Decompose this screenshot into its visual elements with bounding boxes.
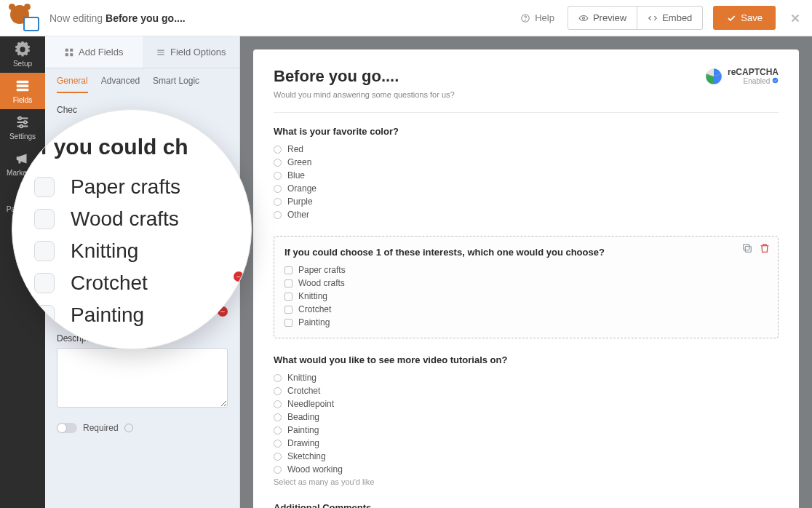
sliders-mini-icon xyxy=(156,47,166,57)
embed-button[interactable]: Embed xyxy=(637,6,703,30)
recaptcha-badge: reCAPTCHA Enabled xyxy=(704,67,779,86)
radio-icon[interactable] xyxy=(274,440,282,448)
radio-icon[interactable] xyxy=(274,146,282,154)
rail-setup-label: Setup xyxy=(13,60,32,68)
q3-opt-0: Knitting xyxy=(287,373,317,383)
product-logo xyxy=(10,5,39,31)
trash-icon[interactable] xyxy=(759,242,771,254)
recaptcha-title: reCAPTCHA xyxy=(728,67,779,77)
save-label: Save xyxy=(741,12,763,23)
form-title: Before you go.... xyxy=(274,67,399,86)
radio-icon[interactable] xyxy=(274,374,282,382)
preview-label: Preview xyxy=(593,12,626,23)
preview-button[interactable]: Preview xyxy=(568,6,637,30)
radio-icon[interactable] xyxy=(274,211,282,219)
form-name: Before you go.... xyxy=(106,12,186,24)
tab-add-fields[interactable]: Add Fields xyxy=(45,36,143,68)
required-toggle[interactable] xyxy=(57,423,77,433)
svg-rect-5 xyxy=(17,89,29,92)
q2-title: If you could choose 1 of these interests… xyxy=(284,247,768,258)
question-block-4[interactable]: Additional Comments xyxy=(274,502,779,508)
rail-setup[interactable]: Setup xyxy=(0,36,45,73)
question-block-3[interactable]: What would you like to see more video tu… xyxy=(274,354,779,486)
q3-opt-2: Needlepoint xyxy=(287,399,334,409)
choice-row-4: ⋮⋮ + − xyxy=(57,300,228,323)
checkbox-icon[interactable] xyxy=(284,306,292,314)
rail-marketing[interactable]: Marketing xyxy=(0,146,45,182)
form-subtitle: Would you mind answering some questions … xyxy=(274,90,779,99)
help-label: Help xyxy=(535,12,554,23)
svg-point-1 xyxy=(525,20,526,20)
tab-field-options[interactable]: Field Options xyxy=(143,36,240,68)
radio-icon[interactable] xyxy=(274,159,282,167)
help-tip-icon[interactable] xyxy=(124,424,133,432)
duplicate-icon[interactable] xyxy=(741,242,753,254)
q1-opt-5: Other xyxy=(287,210,309,220)
form-paper: Before you go.... reCAPTCHA Enabled Woul… xyxy=(253,49,799,508)
radio-icon[interactable] xyxy=(274,185,282,193)
checkbox-icon[interactable] xyxy=(284,266,292,274)
checkbox-icon[interactable] xyxy=(284,319,292,327)
left-rail: Setup Fields Settings Marketing Payments xyxy=(0,36,45,508)
q1-opt-4: Purple xyxy=(287,197,313,207)
radio-icon[interactable] xyxy=(274,387,282,395)
description-textarea[interactable] xyxy=(57,348,228,408)
q3-opt-3: Beading xyxy=(287,412,319,422)
save-button[interactable]: Save xyxy=(713,6,776,30)
embed-label: Embed xyxy=(662,12,692,23)
drag-handle-icon[interactable]: ⋮⋮ xyxy=(57,306,64,317)
close-button[interactable] xyxy=(789,12,802,25)
q2-opt-2: Knitting xyxy=(298,291,327,301)
rail-fields[interactable]: Fields xyxy=(0,73,45,109)
help-link[interactable]: Help xyxy=(512,8,563,28)
q3-opt-7: Wood working xyxy=(287,464,343,475)
subtab-advanced[interactable]: Advanced xyxy=(101,76,140,93)
svg-point-13 xyxy=(773,78,779,84)
form-canvas: Before you go.... reCAPTCHA Enabled Woul… xyxy=(240,36,812,508)
rail-fields-label: Fields xyxy=(13,96,33,104)
megaphone-icon xyxy=(15,151,31,167)
question-block-2[interactable]: If you could choose 1 of these interests… xyxy=(274,236,779,338)
checkbadge-icon xyxy=(772,77,779,84)
svg-point-8 xyxy=(20,125,23,128)
radio-icon[interactable] xyxy=(274,400,282,408)
rail-marketing-label: Marketing xyxy=(7,169,39,177)
checkbox-icon[interactable] xyxy=(284,279,292,287)
svg-rect-10 xyxy=(70,48,73,51)
question-block-1[interactable]: What is your favorite color? Red Green B… xyxy=(274,126,779,220)
checkbox-icon[interactable] xyxy=(284,293,292,301)
subtab-general[interactable]: General xyxy=(57,76,88,93)
field-sidebar: Add Fields Field Options General Advance… xyxy=(45,36,240,508)
sliders-icon xyxy=(15,114,31,130)
subtab-smart-logic[interactable]: Smart Logic xyxy=(153,76,199,93)
radio-icon[interactable] xyxy=(274,413,282,421)
rail-settings-label: Settings xyxy=(9,132,36,140)
help-tip-icon[interactable] xyxy=(103,334,112,343)
radio-icon[interactable] xyxy=(274,426,282,434)
choice-remove-button[interactable]: − xyxy=(218,306,228,317)
q2-opt-1: Wood crafts xyxy=(298,278,345,288)
close-icon xyxy=(789,12,802,25)
required-label: Required xyxy=(83,423,119,433)
q4-title: Additional Comments xyxy=(274,502,779,508)
radio-icon[interactable] xyxy=(274,198,282,206)
radio-icon[interactable] xyxy=(274,466,282,474)
fields-icon xyxy=(15,78,31,94)
rail-settings[interactable]: Settings xyxy=(0,109,45,146)
choice-input-4[interactable] xyxy=(67,300,202,323)
code-icon xyxy=(648,13,658,23)
recaptcha-status: Enabled xyxy=(744,77,771,85)
radio-icon[interactable] xyxy=(274,172,282,180)
svg-point-2 xyxy=(582,17,584,19)
tab-add-fields-label: Add Fields xyxy=(79,47,123,57)
q1-title: What is your favorite color? xyxy=(274,126,779,137)
check-icon xyxy=(726,13,736,23)
eye-icon xyxy=(578,13,589,23)
q2-opt-4: Painting xyxy=(298,317,330,328)
choice-add-button[interactable]: + xyxy=(204,306,215,317)
rail-payments-label: Payments xyxy=(7,205,39,213)
svg-rect-11 xyxy=(65,53,68,56)
radio-icon[interactable] xyxy=(274,453,282,461)
dollar-icon xyxy=(15,187,31,203)
rail-payments[interactable]: Payments xyxy=(0,182,45,218)
